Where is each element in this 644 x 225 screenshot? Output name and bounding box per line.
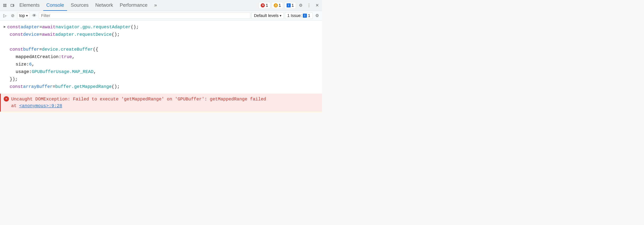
end-4: ({ — [93, 46, 98, 53]
svg-rect-3 — [5, 6, 6, 7]
tab-more[interactable]: » — [151, 0, 160, 11]
context-label: top — [19, 13, 25, 18]
keyword-const-1: const — [7, 24, 21, 30]
error-message: ✕ Uncaught DOMException: Failed to execu… — [0, 94, 322, 112]
var-adapter: adapter — [21, 24, 40, 30]
val-true: true — [61, 54, 72, 60]
log-levels-label: Default levels — [254, 13, 278, 18]
method-requestAdapter: navigator.gpu.requestAdapter — [56, 24, 131, 30]
svg-rect-5 — [13, 5, 14, 6]
tabs-right: ✕ 1 ⚠ 1 i 1 ⚙ ⋮ ✕ — [259, 2, 320, 9]
console-output: ▶ const adapter = await navigator.gpu.re… — [0, 20, 322, 112]
var-buffer: buffer — [23, 46, 39, 53]
end-1: (); — [131, 24, 139, 30]
log-levels-arrow-icon: ▾ — [280, 14, 282, 18]
end-9: (); — [112, 84, 120, 90]
svg-rect-2 — [5, 4, 6, 5]
error-at-text: at <anonymous>:9:28 — [11, 103, 266, 109]
code-line-blank-1 — [4, 38, 322, 46]
clear-console-icon[interactable]: ⊘ — [9, 12, 16, 19]
warning-count: 1 — [279, 3, 281, 8]
device-toolbar-icon[interactable] — [9, 2, 16, 9]
op-eq-2: = — [39, 31, 42, 38]
svg-rect-0 — [4, 4, 4, 5]
end-2: (); — [112, 31, 120, 38]
tab-console[interactable]: Console — [43, 0, 67, 11]
svg-rect-1 — [4, 6, 4, 7]
end-7: , — [94, 68, 96, 75]
end-5: , — [72, 54, 74, 60]
issues-count-icon: i — [303, 14, 307, 18]
warning-dot-icon: ⚠ — [274, 3, 278, 8]
issues-button[interactable]: 1 Issue: i 1 — [285, 12, 313, 19]
error-location-link[interactable]: <anonymous>:9:28 — [19, 103, 62, 108]
code-line-5: mappedAtCreation: true , — [4, 53, 322, 61]
code-block: ▶ const adapter = await navigator.gpu.re… — [0, 20, 322, 94]
more-options-icon[interactable]: ⋮ — [306, 2, 312, 9]
devtools-tabs: Elements Console Sources Network Perform… — [0, 0, 322, 11]
error-badge[interactable]: ✕ 1 — [259, 2, 270, 9]
console-settings-icon[interactable]: ⚙ — [314, 12, 320, 19]
filter-input[interactable] — [39, 12, 250, 19]
context-selector[interactable]: top ▾ — [17, 12, 30, 19]
error-count: 1 — [266, 3, 268, 8]
code-line-8: }); — [4, 76, 322, 83]
settings-icon[interactable]: ⚙ — [298, 2, 304, 9]
info-badge[interactable]: i 1 — [284, 2, 296, 9]
info-count: 1 — [292, 3, 294, 8]
svg-rect-4 — [11, 4, 14, 6]
val-mapread: GPUBufferUsage.MAP_READ — [32, 68, 93, 75]
tab-sources[interactable]: Sources — [68, 0, 92, 11]
issues-count: 1 — [308, 13, 310, 18]
close-devtools-icon[interactable]: ✕ — [314, 2, 320, 9]
issues-label: 1 Issue: — [287, 13, 302, 18]
op-eq-4: = — [39, 46, 42, 53]
error-text: Uncaught DOMException: Failed to execute… — [11, 96, 266, 109]
val-6: 6 — [29, 61, 32, 68]
tab-elements[interactable]: Elements — [16, 0, 42, 11]
keyword-const-4: const — [10, 46, 23, 53]
prop-mappedAtCreation: mappedAtCreation: — [16, 54, 61, 60]
prop-usage: usage: — [16, 68, 32, 75]
tab-performance[interactable]: Performance — [117, 0, 150, 11]
var-device: device — [23, 31, 39, 38]
keyword-const-2: const — [10, 31, 23, 38]
warning-badge[interactable]: ⚠ 1 — [272, 2, 283, 9]
code-line-7: usage: GPUBufferUsage.MAP_READ , — [4, 68, 322, 76]
info-rect-icon: i — [286, 3, 291, 8]
op-eq-1: = — [40, 24, 42, 30]
method-getMappedRange: buffer.getMappedRange — [55, 84, 112, 90]
keyword-await-1: await — [42, 24, 56, 30]
end-8: }); — [10, 76, 18, 83]
tab-network[interactable]: Network — [92, 0, 116, 11]
code-line-4: const buffer = device.createBuffer ({ — [4, 46, 322, 53]
code-line-9: const arrayBuffer = buffer.getMappedRang… — [4, 83, 322, 90]
code-line-6: size: 6 , — [4, 61, 322, 68]
show-sidebar-icon[interactable]: ▷ — [2, 12, 8, 19]
inspect-element-icon[interactable] — [2, 2, 8, 9]
error-main-text: Uncaught DOMException: Failed to execute… — [11, 96, 266, 103]
code-line-2: const device = await adapter.requestDevi… — [4, 31, 322, 38]
method-requestDevice: adapter.requestDevice — [55, 31, 112, 38]
method-createBuffer: device.createBuffer — [42, 46, 93, 53]
secondary-toolbar: ▷ ⊘ top ▾ 👁 Default levels ▾ 1 Issue: i … — [0, 11, 322, 20]
end-6: , — [32, 61, 34, 68]
dropdown-arrow-icon: ▾ — [26, 14, 28, 18]
var-arrayBuffer: arrayBuffer — [23, 84, 52, 90]
keyword-const-9: const — [10, 84, 23, 90]
prop-size: size: — [16, 61, 29, 68]
eye-icon[interactable]: 👁 — [31, 12, 38, 19]
keyword-await-2: await — [42, 31, 55, 38]
log-levels-selector[interactable]: Default levels ▾ — [252, 12, 284, 19]
expand-icon[interactable]: ▶ — [4, 24, 6, 30]
op-eq-9: = — [52, 84, 55, 90]
warning-message: ⚠ Buffer is mapped at creation but its s… — [0, 112, 322, 112]
error-icon: ✕ — [4, 96, 9, 102]
error-dot-icon: ✕ — [261, 3, 265, 8]
code-line-1: ▶ const adapter = await navigator.gpu.re… — [4, 24, 322, 31]
